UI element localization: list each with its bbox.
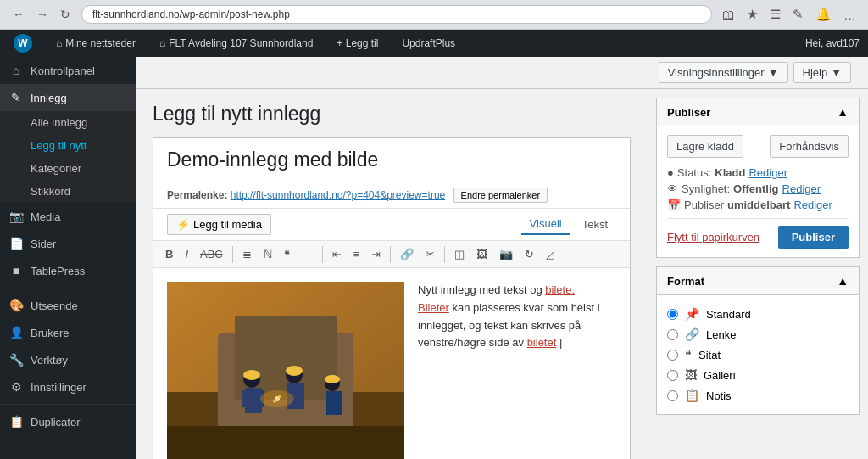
sidebar-sub-kategorier[interactable]: Kategorier	[0, 157, 136, 180]
back-button[interactable]: ←	[8, 6, 29, 23]
format-lenke-label: Lenke	[706, 328, 736, 341]
add-media-button[interactable]: ⚡ Legg til media	[167, 214, 271, 235]
permalink-label: Permalenke:	[167, 189, 227, 201]
publish-time-edit-link[interactable]: Rediger	[793, 199, 832, 211]
visibility-icon: 👁	[667, 182, 678, 195]
visibility-edit-link[interactable]: Rediger	[782, 182, 821, 195]
sidebar-sub-stikkord[interactable]: Stikkord	[0, 180, 136, 203]
editor-link-bileter[interactable]: Bileter	[418, 301, 449, 314]
menu-button[interactable]: ☰	[766, 5, 784, 24]
tablepress-icon: ■	[8, 264, 24, 277]
toolbar-bold[interactable]: B	[160, 244, 178, 264]
format-galleri: 🖼 Galleri	[667, 365, 849, 385]
editor-link-biletet[interactable]: biletet	[527, 336, 557, 349]
more-button[interactable]: …	[840, 6, 860, 24]
publish-button[interactable]: Publiser	[778, 226, 849, 249]
standard-icon: 📌	[685, 307, 699, 321]
dashboard-icon: ⌂	[8, 64, 24, 77]
users-icon: 👤	[8, 326, 24, 339]
page-title: Legg til nytt innlegg	[153, 103, 631, 126]
admin-bar: W ⌂ Mine nettsteder ⌂ FLT Avdeling 107 S…	[0, 30, 868, 57]
wp-wrapper: ⌂ Kontrollpanel ✎ Innlegg Alle innlegg L…	[0, 57, 868, 459]
permalink-row: Permalenke: http://flt-sunnhordland.no/?…	[153, 182, 630, 209]
toolbar-blockquote[interactable]: ❝	[279, 244, 295, 264]
format-notis: 📋 Notis	[667, 385, 849, 406]
format-sitat-radio[interactable]	[667, 350, 678, 361]
svg-rect-18	[167, 426, 404, 459]
format-box-toggle[interactable]: ▲	[837, 274, 849, 288]
status-edit-link[interactable]: Rediger	[748, 166, 787, 179]
editor-image[interactable]	[167, 282, 404, 459]
sidebar-item-verktoy[interactable]: 🔧 Verktøy	[0, 346, 136, 373]
format-lenke: 🔗 Lenke	[667, 324, 849, 344]
toolbar-strikethrough[interactable]: ABC	[195, 244, 228, 264]
visibility-value: Offentlig	[733, 182, 778, 195]
sidebar-item-brukere[interactable]: 👤 Brukere	[0, 319, 136, 346]
status-icon: ●	[667, 166, 674, 179]
format-galleri-radio[interactable]	[667, 370, 678, 381]
toolbar-unlink[interactable]: ✂	[420, 244, 440, 264]
toolbar-insert-code[interactable]: 📷	[494, 244, 518, 264]
reload-button[interactable]: ↻	[56, 6, 75, 23]
toolbar-ol[interactable]: ℕ	[259, 244, 277, 264]
forward-button[interactable]: →	[32, 6, 53, 23]
reader-view-button[interactable]: 🕮	[719, 6, 738, 24]
format-notis-radio[interactable]	[667, 390, 678, 401]
post-title-input[interactable]	[153, 138, 630, 182]
format-lenke-radio[interactable]	[667, 329, 678, 340]
admin-bar-site[interactable]: ⌂ FLT Avdeling 107 Sunnhordland	[154, 37, 318, 49]
hjelp-button[interactable]: Hjelp ▼	[793, 62, 852, 83]
format-standard-radio[interactable]	[667, 309, 678, 320]
sidebar-item-duplicator[interactable]: 📋 Duplicator	[0, 408, 136, 435]
editor-link-bilete[interactable]: bilete.	[545, 283, 575, 296]
toolbar-italic[interactable]: I	[180, 244, 193, 264]
sidebar-item-sider[interactable]: 📄 Sider	[0, 230, 136, 257]
tab-text[interactable]: Tekst	[574, 214, 616, 235]
admin-bar-sites[interactable]: ⌂ Mine nettsteder	[51, 37, 141, 49]
admin-bar-plugin[interactable]: UpdraftPlus	[397, 37, 460, 49]
format-sitat: ❝ Sitat	[667, 344, 849, 365]
sidebar-item-media[interactable]: 📷 Media	[0, 203, 136, 230]
permalink-edit-button[interactable]: Endre permalenker	[453, 188, 548, 203]
toolbar-align-right[interactable]: ⇥	[366, 244, 386, 264]
url-bar[interactable]: flt-sunnhordland.no/wp-admin/post-new.ph…	[81, 5, 712, 24]
sidebar-item-kontrollpanel[interactable]: ⌂ Kontrollpanel	[0, 57, 136, 84]
save-draft-button[interactable]: Lagre kladd	[667, 135, 743, 158]
toolbar-undo[interactable]: ↻	[520, 244, 539, 264]
bookmark-button[interactable]: ★	[743, 5, 761, 24]
wp-logo[interactable]: W	[8, 34, 37, 53]
add-media-label: Legg til media	[193, 218, 262, 231]
toolbar-fullscreen[interactable]: ◿	[541, 244, 559, 264]
sidebar-item-innstillinger[interactable]: ⚙ Innstillinger	[0, 373, 136, 400]
toolbar-align-left[interactable]: ⇤	[327, 244, 347, 264]
notifications-button[interactable]: 🔔	[812, 5, 835, 24]
svg-point-13	[286, 366, 303, 376]
toolbar-hr[interactable]: —	[297, 244, 318, 264]
sidebar-item-tablepress[interactable]: ■ TablePress	[0, 257, 136, 284]
publish-time-value: umiddelbart	[727, 199, 790, 211]
format-standard-label: Standard	[706, 308, 751, 321]
sidebar-sub-alle-innlegg[interactable]: Alle innlegg	[0, 111, 136, 134]
toolbar-insert-image[interactable]: 🖼	[471, 244, 492, 264]
toolbar-ul[interactable]: ≣	[237, 244, 257, 264]
toolbar-align-center[interactable]: ≡	[348, 244, 365, 264]
format-box: Format ▲ 📌 Standard 🔗 Lenke	[656, 266, 860, 415]
publish-box-toggle[interactable]: ▲	[837, 105, 849, 119]
post-image	[167, 282, 404, 459]
publish-status-row: ● Status: Kladd Rediger	[667, 166, 849, 179]
sidebar-item-innlegg[interactable]: ✎ Innlegg	[0, 84, 136, 111]
toolbar-insert-table[interactable]: ◫	[449, 244, 470, 264]
permalink-link[interactable]: http://flt-sunnhordland.no/?p=404&previe…	[231, 189, 446, 201]
tab-visual[interactable]: Visuell	[521, 214, 570, 235]
editor-text-content[interactable]: Nytt innlegg med tekst og bilete. Bilete…	[418, 282, 616, 459]
toolbar-link[interactable]: 🔗	[395, 244, 419, 264]
right-sidebar: Publiser ▲ Lagre kladd Forhåndsvis ● Sta…	[648, 89, 868, 459]
preview-button[interactable]: Forhåndsvis	[770, 135, 849, 158]
admin-bar-add[interactable]: + Legg til	[331, 37, 383, 49]
gallery-icon: 🖼	[685, 368, 697, 382]
trash-button[interactable]: Flytt til papirkurven	[667, 231, 760, 243]
sidebar-item-utseende[interactable]: 🎨 Utseende	[0, 292, 136, 319]
edit-button[interactable]: ✎	[789, 5, 807, 24]
visningsinnstillinger-button[interactable]: Visningsinnstillinger ▼	[659, 62, 788, 83]
sidebar-sub-legg-til-nytt[interactable]: Legg til nytt	[0, 134, 136, 157]
